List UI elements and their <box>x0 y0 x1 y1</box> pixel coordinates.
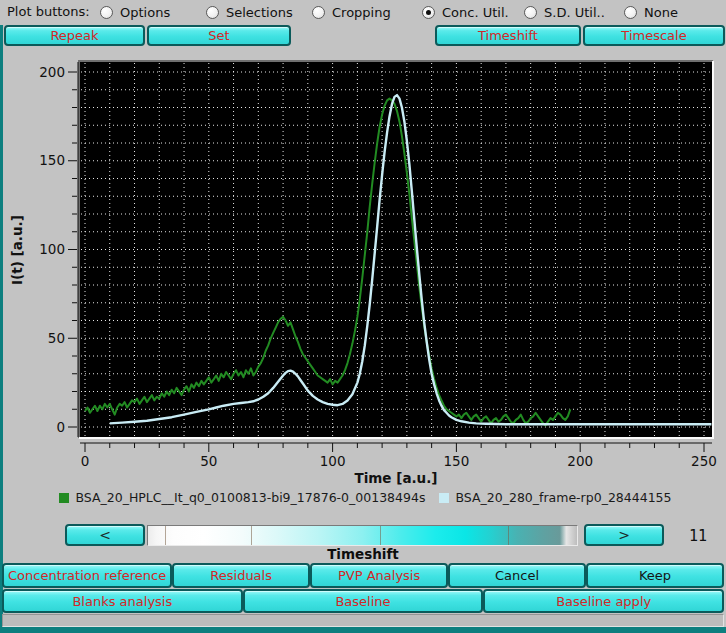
timeshift-wheel-label: Timeshift <box>0 546 726 562</box>
radio-label: Conc. Util. <box>442 5 509 20</box>
svg-text:200: 200 <box>567 453 593 469</box>
us-somo-hplc-plot-window: Plot buttons: OptionsSelectionsCroppingC… <box>0 0 726 633</box>
radio-s-d-util[interactable]: S.D. Util.. <box>524 5 605 20</box>
radio-circle-icon[interactable] <box>206 6 219 19</box>
baseline-button[interactable]: Baseline <box>243 589 484 613</box>
wheel-segment-divider <box>251 526 252 545</box>
legend-swatch-icon <box>439 493 449 503</box>
blanks-analysis-button[interactable]: Blanks analysis <box>2 589 243 613</box>
radio-none[interactable]: None <box>624 5 678 20</box>
keep-button[interactable]: Keep <box>586 563 724 588</box>
radio-options[interactable]: Options <box>100 5 170 20</box>
radio-circle-icon[interactable] <box>422 6 435 19</box>
svg-text:200: 200 <box>39 64 65 80</box>
radio-label: None <box>644 5 678 20</box>
radio-label: Selections <box>226 5 293 20</box>
svg-text:150: 150 <box>444 453 470 469</box>
wheel-segment-divider <box>508 526 509 545</box>
timeshift-value: 11 <box>678 527 718 545</box>
timeshift-button[interactable]: Timeshift <box>435 25 581 46</box>
repeak-button[interactable]: Repeak <box>4 25 145 46</box>
legend-item: BSA_20_HPLC__It_q0_0100813-bi9_17876-0_0… <box>59 490 425 505</box>
legend-item: BSA_20_280_frame-rp0_28444155 <box>439 490 671 505</box>
action-row-2: Blanks analysisBaselineBaseline apply <box>2 589 724 613</box>
set-button[interactable]: Set <box>147 25 291 46</box>
radio-conc-util[interactable]: Conc. Util. <box>422 5 509 20</box>
timescale-button[interactable]: Timescale <box>583 25 725 46</box>
plot-legend: BSA_20_HPLC__It_q0_0100813-bi9_17876-0_0… <box>5 490 726 505</box>
concentration-reference-button[interactable]: Concentration reference <box>2 563 172 588</box>
y-axis-title: I(t) [a.u.] <box>9 215 25 285</box>
wheel-segment-divider <box>165 526 166 545</box>
radio-cropping[interactable]: Cropping <box>312 5 391 20</box>
timeshift-decrement-button[interactable]: < <box>65 524 145 546</box>
radio-label: Cropping <box>332 5 391 20</box>
radio-label: Options <box>120 5 170 20</box>
svg-text:0: 0 <box>81 453 90 469</box>
wheel-segment-divider <box>380 526 381 545</box>
radio-label: S.D. Util.. <box>544 5 605 20</box>
legend-swatch-icon <box>59 493 69 503</box>
svg-text:50: 50 <box>200 453 217 469</box>
svg-text:0: 0 <box>56 419 65 435</box>
svg-text:250: 250 <box>691 453 717 469</box>
legend-label: BSA_20_280_frame-rp0_28444155 <box>455 490 671 505</box>
x-axis-title: Time [a.u.] <box>80 470 712 486</box>
svg-text:100: 100 <box>39 241 65 257</box>
svg-text:50: 50 <box>48 330 65 346</box>
radio-circle-icon[interactable] <box>624 6 637 19</box>
legend-label: BSA_20_HPLC__It_q0_0100813-bi9_17876-0_0… <box>75 490 425 505</box>
svg-text:100: 100 <box>320 453 346 469</box>
pvp-analysis-button[interactable]: PVP Analysis <box>310 563 448 588</box>
radio-selections[interactable]: Selections <box>206 5 293 20</box>
action-row-1: Concentration referenceResidualsPVP Anal… <box>2 563 724 588</box>
radio-circle-icon[interactable] <box>312 6 325 19</box>
radio-circle-icon[interactable] <box>524 6 537 19</box>
plot-buttons-label: Plot buttons: <box>7 4 90 19</box>
radio-circle-icon[interactable] <box>100 6 113 19</box>
cancel-button[interactable]: Cancel <box>448 563 586 588</box>
svg-text:150: 150 <box>39 152 65 168</box>
timeshift-increment-button[interactable]: > <box>584 524 664 546</box>
plot-canvas: 050100150200050100150200250 <box>5 46 726 512</box>
progress-strip <box>2 614 724 627</box>
timeshift-wheel[interactable] <box>147 525 578 546</box>
baseline-apply-button[interactable]: Baseline apply <box>483 589 724 613</box>
plot-buttons-bar: Plot buttons: OptionsSelectionsCroppingC… <box>0 0 726 25</box>
residuals-button[interactable]: Residuals <box>172 563 310 588</box>
plot-widget: 050100150200050100150200250 I(t) [a.u.] … <box>5 46 726 512</box>
